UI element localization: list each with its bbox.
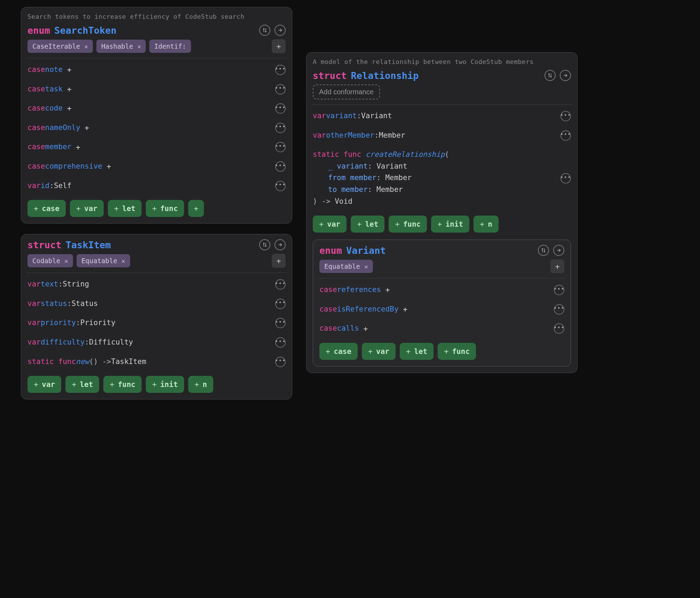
more-icon[interactable]: ••• xyxy=(275,84,286,95)
conformance-chip[interactable]: Codable✕ xyxy=(27,254,73,267)
more-icon[interactable]: ••• xyxy=(275,299,286,309)
member-row: case nameOnly+ ••• xyxy=(27,119,286,137)
remove-icon[interactable]: ✕ xyxy=(121,257,125,265)
more-icon[interactable]: ••• xyxy=(560,173,571,184)
add-conformance-button[interactable]: + xyxy=(272,254,286,268)
more-icon[interactable]: ••• xyxy=(275,357,286,367)
conformance-row: CaseIterable✕ Hashable✕ Identif: + xyxy=(27,39,286,53)
add-associated-icon[interactable]: + xyxy=(65,85,73,93)
add-let-button[interactable]: +let xyxy=(108,200,142,217)
more-icon[interactable]: ••• xyxy=(275,279,286,290)
add-associated-icon[interactable]: + xyxy=(362,325,369,332)
conformance-chip[interactable]: Identif: xyxy=(149,40,191,53)
add-let-button[interactable]: +let xyxy=(400,343,433,360)
member-row: var difficulty: Difficulty ••• xyxy=(27,334,286,351)
add-func-button[interactable]: +func xyxy=(103,376,142,393)
add-func-button[interactable]: +func xyxy=(389,216,427,233)
card-header: struct TaskItem xyxy=(27,239,286,250)
add-associated-icon[interactable]: + xyxy=(105,163,113,170)
add-var-button[interactable]: +var xyxy=(70,200,104,217)
add-var-button[interactable]: +var xyxy=(362,343,396,360)
more-icon[interactable]: ••• xyxy=(275,65,286,75)
card-variant: enum Variant Equatable✕ + xyxy=(313,240,571,366)
card-header: enum SearchToken xyxy=(27,25,286,36)
reorder-icon[interactable] xyxy=(259,25,270,36)
add-func-button[interactable]: +func xyxy=(146,200,184,217)
more-icon[interactable]: ••• xyxy=(275,161,286,172)
remove-icon[interactable]: ✕ xyxy=(84,43,88,50)
reorder-icon[interactable] xyxy=(544,70,556,81)
remove-icon[interactable]: ✕ xyxy=(64,257,68,265)
navigate-icon[interactable] xyxy=(553,245,564,256)
more-icon[interactable]: ••• xyxy=(554,304,564,315)
reorder-icon[interactable] xyxy=(538,245,549,256)
divider xyxy=(26,58,287,58)
more-icon[interactable]: ••• xyxy=(275,123,286,133)
header-icons xyxy=(538,245,564,256)
member-row: case comprehensive+ ••• xyxy=(27,158,286,175)
add-var-button[interactable]: +var xyxy=(27,376,61,393)
more-icon[interactable]: ••• xyxy=(560,130,571,141)
add-let-button[interactable]: +let xyxy=(351,216,384,233)
add-associated-icon[interactable]: + xyxy=(65,105,73,112)
navigate-icon[interactable] xyxy=(275,239,286,250)
add-associated-icon[interactable]: + xyxy=(401,306,409,313)
add-init-button[interactable]: +init xyxy=(431,216,469,233)
card-header: struct Relationship xyxy=(313,70,571,81)
conformance-chip[interactable]: Equatable✕ xyxy=(77,254,130,267)
action-row: +case +var +let +func xyxy=(319,343,564,360)
type-name: TaskItem xyxy=(66,240,111,250)
add-case-button[interactable]: +case xyxy=(319,343,358,360)
more-icon[interactable]: ••• xyxy=(554,323,564,334)
add-associated-icon[interactable]: + xyxy=(74,143,82,151)
card-relationship: A model of the relationship between two … xyxy=(306,52,578,373)
add-more-button[interactable]: +n xyxy=(188,376,213,393)
member-row: case references+ ••• xyxy=(319,281,564,299)
navigate-icon[interactable] xyxy=(275,25,286,36)
members-list: case note+ ••• case task+ ••• case code+… xyxy=(27,61,286,194)
remove-icon[interactable]: ✕ xyxy=(137,43,141,50)
more-icon[interactable]: ••• xyxy=(275,318,286,328)
member-row: var id: Self ••• xyxy=(27,177,286,195)
conformance-chips: Equatable✕ xyxy=(319,260,547,273)
add-associated-icon[interactable]: + xyxy=(83,124,91,132)
navigate-icon[interactable] xyxy=(560,70,571,81)
action-row: +var +let +func +init +n xyxy=(313,216,571,233)
members-list: var variant: Variant ••• var otherMember… xyxy=(313,107,571,210)
more-icon[interactable]: ••• xyxy=(560,111,571,121)
more-icon[interactable]: ••• xyxy=(275,142,286,152)
more-icon[interactable]: ••• xyxy=(275,103,286,114)
conformance-chip[interactable]: CaseIterable✕ xyxy=(27,40,93,53)
member-row: static func createRelationship( _ varian… xyxy=(313,146,571,210)
conformance-chip[interactable]: Equatable✕ xyxy=(319,260,373,273)
reorder-icon[interactable] xyxy=(259,239,270,250)
more-icon[interactable]: ••• xyxy=(554,285,564,295)
add-case-button[interactable]: +case xyxy=(27,200,66,217)
add-let-button[interactable]: +let xyxy=(65,376,99,393)
add-associated-icon[interactable]: + xyxy=(384,286,391,294)
member-row: var priority: Priority ••• xyxy=(27,314,286,332)
members-list: case references+ ••• case isReferencedBy… xyxy=(319,281,564,337)
members-list: var text: String ••• var status: Status … xyxy=(27,276,286,370)
add-more-button[interactable]: + xyxy=(188,200,204,217)
member-row: case member+ ••• xyxy=(27,138,286,156)
add-associated-icon[interactable]: + xyxy=(65,66,73,74)
more-icon[interactable]: ••• xyxy=(275,181,286,191)
keyword-struct: struct xyxy=(27,240,62,250)
add-more-button[interactable]: +n xyxy=(474,216,499,233)
conformance-chip[interactable]: Hashable✕ xyxy=(96,40,146,53)
action-row: +case +var +let +func + xyxy=(27,200,286,217)
conformance-chips: Codable✕ Equatable✕ xyxy=(27,254,268,267)
conformance-row: Codable✕ Equatable✕ + xyxy=(27,254,286,268)
add-func-button[interactable]: +func xyxy=(438,343,476,360)
remove-icon[interactable]: ✕ xyxy=(364,263,368,270)
add-conformance-button[interactable]: Add conformance xyxy=(313,84,380,99)
add-conformance-button[interactable]: + xyxy=(550,259,564,273)
add-init-button[interactable]: +init xyxy=(146,376,184,393)
add-var-button[interactable]: +var xyxy=(313,216,347,233)
more-icon[interactable]: ••• xyxy=(275,337,286,348)
add-conformance-button[interactable]: + xyxy=(272,39,286,53)
member-row: case task+ ••• xyxy=(27,81,286,98)
header-icons xyxy=(259,25,286,36)
card-description: Search tokens to increase efficiency of … xyxy=(27,12,286,21)
